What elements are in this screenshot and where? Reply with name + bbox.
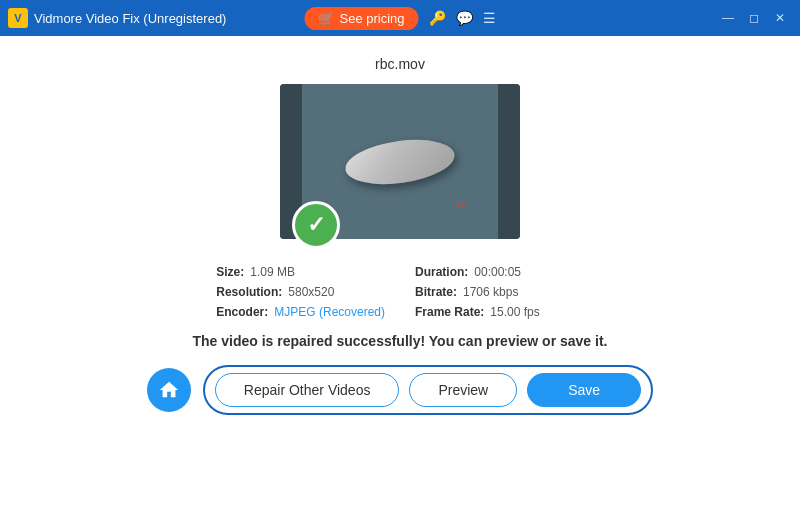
app-title: Vidmore Video Fix (Unregistered) [34,11,226,26]
blob-shape [343,133,458,190]
bitrate-row: Bitrate: 1706 kbps [415,285,584,299]
cursor-mark [457,201,465,209]
close-button[interactable]: ✕ [768,6,792,30]
title-left: V Vidmore Video Fix (Unregistered) [8,8,226,28]
encoder-label: Encoder: [216,305,268,319]
home-button[interactable] [147,368,191,412]
menu-icon[interactable]: ☰ [483,10,496,26]
chat-icon[interactable]: 💬 [456,10,473,26]
cart-icon: 🛒 [318,11,334,26]
video-info: Size: 1.09 MB Duration: 00:00:05 Resolut… [216,265,583,319]
video-right-bar [498,84,520,239]
resolution-value: 580x520 [288,285,334,299]
preview-button[interactable]: Preview [409,373,517,407]
save-button[interactable]: Save [527,373,641,407]
red-dot [457,203,459,208]
encoder-row: Encoder: MJPEG (Recovered) [216,305,385,319]
size-value: 1.09 MB [250,265,295,279]
framerate-row: Frame Rate: 15.00 fps [415,305,584,319]
duration-label: Duration: [415,265,468,279]
minimize-button[interactable]: — [716,6,740,30]
size-label: Size: [216,265,244,279]
resolution-label: Resolution: [216,285,282,299]
encoder-value: MJPEG (Recovered) [274,305,385,319]
title-controls: — ◻ ✕ [716,6,792,30]
see-pricing-button[interactable]: 🛒 See pricing [304,7,418,30]
app-logo: V [8,8,28,28]
home-icon [158,379,180,401]
framerate-label: Frame Rate: [415,305,484,319]
red-line [461,204,465,206]
bitrate-label: Bitrate: [415,285,457,299]
bottom-bar: Repair Other Videos Preview Save [0,365,800,415]
title-bar: V Vidmore Video Fix (Unregistered) 🛒 See… [0,0,800,36]
title-center: 🛒 See pricing 🔑 💬 ☰ [304,7,495,30]
repair-other-videos-button[interactable]: Repair Other Videos [215,373,400,407]
resolution-row: Resolution: 580x520 [216,285,385,299]
size-row: Size: 1.09 MB [216,265,385,279]
key-icon[interactable]: 🔑 [429,10,446,26]
video-thumbnail-container [280,84,520,239]
see-pricing-label: See pricing [339,11,404,26]
video-filename: rbc.mov [375,56,425,72]
duration-value: 00:00:05 [474,265,521,279]
framerate-value: 15.00 fps [490,305,539,319]
success-message: The video is repaired successfully! You … [193,333,608,349]
success-check-overlay [292,201,340,249]
maximize-button[interactable]: ◻ [742,6,766,30]
duration-row: Duration: 00:00:05 [415,265,584,279]
action-buttons-container: Repair Other Videos Preview Save [203,365,653,415]
main-content: rbc.mov Size: 1.09 MB Duration: 00:00:05… [0,36,800,519]
bitrate-value: 1706 kbps [463,285,518,299]
video-object [345,141,455,183]
